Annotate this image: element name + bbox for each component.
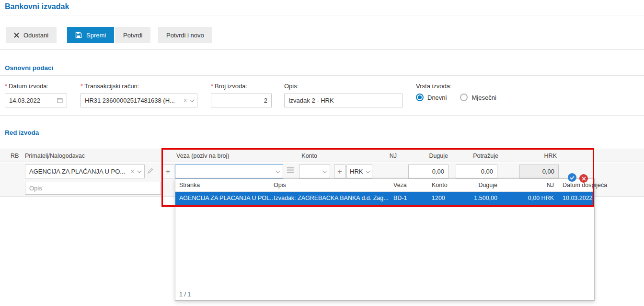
- statement-number-input[interactable]: [215, 97, 267, 104]
- x-icon: [14, 33, 19, 38]
- dropdown-pagination: 1 / 1: [175, 288, 594, 300]
- dropdown-result-row[interactable]: AGENCIJA ZA PLAĆANJA U POL... Izvadak: Z…: [175, 192, 594, 205]
- save-button[interactable]: Spremi: [67, 27, 114, 43]
- section-title-basic: Osnovni podaci: [5, 64, 53, 71]
- result-datum: 10.03.2022: [563, 195, 593, 201]
- col-header-reference: Veza (poziv na broj): [176, 153, 229, 159]
- hrk-amount-input[interactable]: [524, 168, 554, 175]
- reference-input[interactable]: [179, 168, 273, 175]
- description-control: [284, 94, 402, 107]
- save-button-label: Spremi: [86, 32, 106, 39]
- confirm-and-new-button-label: Potvrdi i novo: [166, 32, 204, 39]
- statement-date-label: *Datum izvoda:: [5, 82, 67, 90]
- transaction-account-label: *Transakcijski račun:: [80, 82, 197, 90]
- result-nj: 0,00 HRK: [515, 195, 554, 201]
- edit-pencil-icon[interactable]: [147, 167, 154, 175]
- result-veza: BD-1: [393, 195, 407, 201]
- result-duguje: 1.500,00: [458, 195, 497, 201]
- required-marker: *: [5, 82, 7, 90]
- col-header-rb: RB: [11, 153, 19, 159]
- check-icon: [570, 176, 575, 180]
- x-icon: [582, 177, 586, 181]
- field-description: Opis:: [284, 82, 402, 107]
- radio-daily[interactable]: Dnevni: [416, 94, 447, 101]
- statement-date-input[interactable]: [9, 97, 54, 104]
- chevron-down-icon: [190, 97, 195, 102]
- add-account-button[interactable]: +: [334, 165, 345, 178]
- reference-combobox[interactable]: [175, 165, 283, 178]
- payee-select-value: AGENCIJA ZA PLAĆANJA U PO...: [29, 168, 128, 175]
- save-icon: [75, 32, 82, 38]
- clear-icon[interactable]: ×: [184, 98, 187, 104]
- col-header-debit: Duguje: [405, 153, 448, 159]
- chevron-down-icon: [322, 168, 327, 173]
- divider: [0, 49, 644, 50]
- dropdown-col-konto: Konto: [432, 182, 448, 188]
- account-code-select[interactable]: [299, 165, 330, 178]
- statement-type-label: Vrsta izvoda:: [416, 82, 510, 90]
- debit-amount-input[interactable]: [413, 168, 444, 175]
- dropdown-col-datum: Datum dospijeća: [563, 182, 607, 188]
- cancel-button-label: Odustani: [23, 32, 48, 39]
- radio-monthly-label: Mjesečni: [472, 94, 496, 101]
- grid-header: RB Primatelj/Nalogodavac Veza (poziv na …: [0, 149, 644, 162]
- description-input[interactable]: [288, 97, 398, 104]
- add-reference-button[interactable]: +: [161, 165, 174, 178]
- result-konto: 1200: [432, 195, 445, 201]
- dropdown-col-veza: Veza: [393, 182, 407, 188]
- clear-icon[interactable]: ×: [131, 169, 134, 175]
- currency-select-value: HRK: [350, 168, 363, 175]
- payee-select[interactable]: AGENCIJA ZA PLAĆANJA U PO... ×: [25, 165, 145, 178]
- hrk-amount-control: [519, 165, 559, 178]
- result-opis: Izvadak: ZAGREBAČKA BANKA d.d. Zag...: [274, 195, 392, 201]
- required-marker: *: [80, 82, 83, 90]
- list-menu-icon[interactable]: [287, 167, 294, 174]
- dropdown-col-duguje: Duguje: [458, 182, 497, 188]
- col-header-nj: NJ: [369, 153, 397, 159]
- col-header-account: Konto: [288, 153, 317, 159]
- statement-number-label: *Broj izvoda:: [211, 82, 272, 90]
- dropdown-col-opis: Opis: [274, 182, 286, 188]
- debit-amount-control: [408, 165, 448, 178]
- calendar-icon[interactable]: [57, 97, 63, 104]
- transaction-account-value: HR31 23600002517481638 (H...: [85, 97, 181, 104]
- required-marker: *: [211, 82, 213, 90]
- field-statement-date: *Datum izvoda:: [5, 82, 67, 107]
- pagination-label: 1 / 1: [179, 291, 191, 298]
- app-window: Bankovni izvadak Odustani Spremi Potvrdi…: [0, 0, 644, 306]
- result-stranka: AGENCIJA ZA PLAĆANJA U POL...: [179, 195, 273, 201]
- statement-date-control: [5, 94, 67, 107]
- cancel-button[interactable]: Odustani: [6, 27, 57, 43]
- row-description-input[interactable]: [29, 185, 157, 192]
- dropdown-header: Stranka Opis Veza Konto Duguje NJ Datum …: [175, 179, 594, 192]
- chevron-down-icon: [137, 168, 142, 173]
- radio-monthly[interactable]: Mjesečni: [460, 94, 496, 101]
- row-delete-button[interactable]: [579, 174, 588, 183]
- row-confirm-button[interactable]: [568, 173, 576, 182]
- credit-amount-control: [456, 165, 497, 178]
- currency-select[interactable]: HRK: [346, 165, 372, 178]
- confirm-and-new-button[interactable]: Potvrdi i novo: [158, 27, 212, 43]
- divider: [0, 15, 644, 15]
- description-label: Opis:: [284, 82, 402, 90]
- radio-selected-icon: [416, 94, 424, 101]
- divider: [0, 75, 644, 76]
- confirm-button[interactable]: Potvrdi: [115, 27, 150, 43]
- divider: [0, 115, 644, 116]
- statement-number-control: [211, 94, 272, 107]
- chevron-down-icon: [366, 168, 370, 173]
- page-title: Bankovni izvadak: [5, 2, 69, 11]
- col-header-payee: Primatelj/Nalogodavac: [25, 153, 85, 159]
- row-description-control: [25, 182, 161, 195]
- transaction-account-select[interactable]: HR31 23600002517481638 (H... ×: [80, 94, 197, 107]
- col-header-credit: Potražuje: [455, 153, 498, 159]
- col-header-hrk: HRK: [518, 153, 557, 159]
- field-statement-type: Vrsta izvoda: Dnevni Mjesečni: [416, 82, 510, 101]
- radio-daily-label: Dnevni: [427, 94, 447, 101]
- chevron-down-icon: [276, 168, 280, 173]
- reference-dropdown-panel: Stranka Opis Veza Konto Duguje NJ Datum …: [175, 178, 595, 301]
- credit-amount-input[interactable]: [460, 168, 493, 175]
- section-title-rows: Red izvoda: [5, 129, 39, 136]
- radio-unselected-icon: [460, 94, 468, 101]
- field-statement-number: *Broj izvoda:: [211, 82, 272, 107]
